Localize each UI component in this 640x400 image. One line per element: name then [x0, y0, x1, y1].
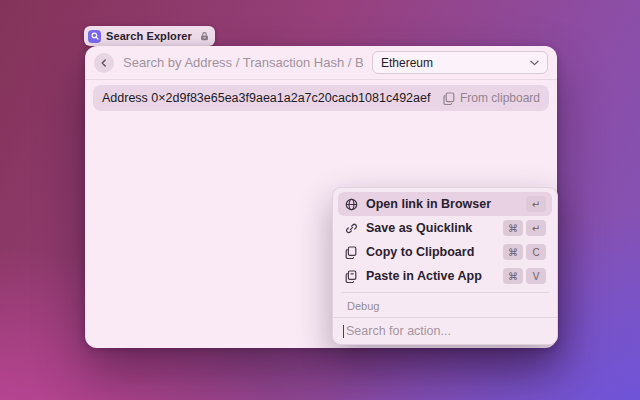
menu-separator: [341, 292, 549, 293]
action-search-input[interactable]: Search for action...: [346, 324, 451, 338]
key-badge-cmd: ⌘: [503, 220, 523, 236]
key-badge-cmd: ⌘: [503, 268, 523, 284]
back-button[interactable]: [94, 53, 114, 73]
shortcut-keys: ⌘ ↵: [503, 220, 546, 236]
results-list: Address 0×2d9f83e65ea3f9aea1a2a7c20cacb1…: [85, 80, 557, 116]
key-badge-v: V: [526, 268, 546, 284]
menu-item-label: Open link in Browser: [366, 197, 491, 211]
key-badge-cmd: ⌘: [503, 244, 523, 260]
network-dropdown-value: Ethereum: [381, 56, 433, 70]
result-accessory-label: From clipboard: [460, 91, 540, 105]
chevron-down-icon: [530, 60, 539, 66]
desktop-background: { "badge": { "app_name": "Search Explore…: [0, 0, 640, 400]
menu-item-open-link-in-browser[interactable]: Open link in Browser ↵: [338, 192, 552, 216]
key-badge-return: ↵: [526, 220, 546, 236]
action-list: Open link in Browser ↵ Save as Quicklink…: [333, 188, 557, 317]
action-panel: Open link in Browser ↵ Save as Quicklink…: [332, 187, 558, 345]
menu-item-paste-in-active-app[interactable]: Paste in Active App ⌘ V: [338, 264, 552, 288]
action-search-bar[interactable]: Search for action...: [333, 317, 557, 344]
globe-icon: [344, 198, 358, 211]
menu-item-label: Save as Quicklink: [366, 221, 472, 235]
clipboard-icon: [443, 92, 455, 105]
menu-item-save-as-quicklink[interactable]: Save as Quicklink ⌘ ↵: [338, 216, 552, 240]
network-dropdown[interactable]: Ethereum: [372, 51, 548, 74]
shortcut-keys: ↵: [526, 196, 546, 212]
app-title-badge[interactable]: Search Explorer: [84, 26, 215, 46]
menu-item-label: Copy to Clipboard: [366, 245, 474, 259]
menu-section-debug: Debug: [338, 297, 552, 314]
result-accessory: From clipboard: [443, 91, 540, 105]
key-badge-return: ↵: [526, 196, 546, 212]
shortcut-keys: ⌘ V: [503, 268, 546, 284]
search-explorer-app-icon: [88, 30, 101, 43]
link-icon: [344, 222, 358, 235]
result-title: Address 0×2d9f83e65ea3f9aea1a2a7c20cacb1…: [102, 91, 430, 105]
lock-icon: [199, 31, 210, 42]
app-title: Search Explorer: [106, 30, 192, 42]
menu-item-label: Paste in Active App: [366, 269, 482, 283]
clipboard-paste-icon: [344, 270, 358, 283]
text-caret: [343, 325, 344, 338]
clipboard-icon: [344, 246, 358, 259]
search-bar: Search by Address / Transaction Hash / B…: [85, 46, 557, 80]
menu-item-copy-to-clipboard[interactable]: Copy to Clipboard ⌘ C: [338, 240, 552, 264]
search-input[interactable]: Search by Address / Transaction Hash / B…: [123, 55, 363, 70]
result-row-address[interactable]: Address 0×2d9f83e65ea3f9aea1a2a7c20cacb1…: [93, 85, 549, 111]
shortcut-keys: ⌘ C: [503, 244, 546, 260]
key-badge-c: C: [526, 244, 546, 260]
